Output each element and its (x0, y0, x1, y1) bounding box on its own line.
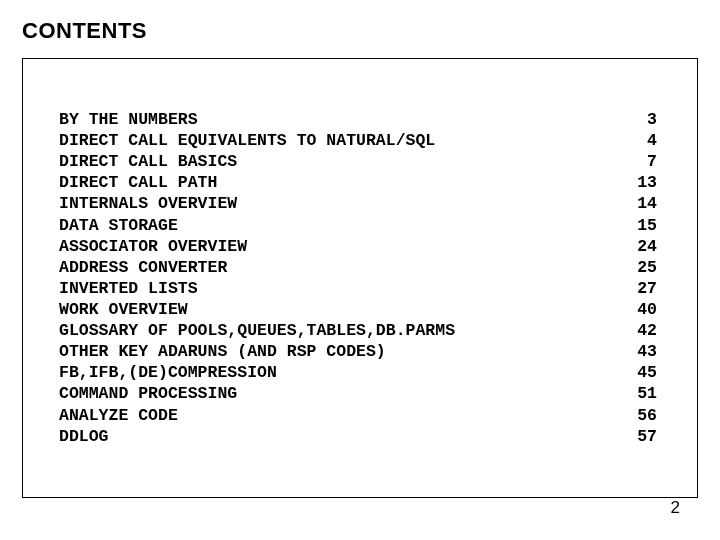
toc-row: ASSOCIATOR OVERVIEW24 (59, 236, 657, 257)
toc-title: INVERTED LISTS (59, 278, 198, 299)
toc-page: 3 (627, 109, 657, 130)
toc-title: DIRECT CALL BASICS (59, 151, 237, 172)
toc-page: 42 (627, 320, 657, 341)
toc-row: DIRECT CALL BASICS7 (59, 151, 657, 172)
toc-row: DIRECT CALL EQUIVALENTS TO NATURAL/SQL4 (59, 130, 657, 151)
toc-page: 24 (627, 236, 657, 257)
toc-title: WORK OVERVIEW (59, 299, 188, 320)
toc-title: FB,IFB,(DE)COMPRESSION (59, 362, 277, 383)
toc-page: 4 (627, 130, 657, 151)
toc-page: 40 (627, 299, 657, 320)
toc-title: OTHER KEY ADARUNS (AND RSP CODES) (59, 341, 386, 362)
toc-page: 27 (627, 278, 657, 299)
toc-row: BY THE NUMBERS3 (59, 109, 657, 130)
toc-page: 7 (627, 151, 657, 172)
toc-page: 14 (627, 193, 657, 214)
toc-page: 45 (627, 362, 657, 383)
toc-row: ANALYZE CODE56 (59, 405, 657, 426)
toc-page: 43 (627, 341, 657, 362)
toc-title: ADDRESS CONVERTER (59, 257, 227, 278)
toc-row: OTHER KEY ADARUNS (AND RSP CODES)43 (59, 341, 657, 362)
toc-title: ASSOCIATOR OVERVIEW (59, 236, 247, 257)
toc-title: BY THE NUMBERS (59, 109, 198, 130)
toc-page: 25 (627, 257, 657, 278)
toc-container: BY THE NUMBERS3 DIRECT CALL EQUIVALENTS … (22, 58, 698, 498)
toc-page: 56 (627, 405, 657, 426)
toc-row: WORK OVERVIEW40 (59, 299, 657, 320)
toc-title: DDLOG (59, 426, 109, 447)
toc-title: COMMAND PROCESSING (59, 383, 237, 404)
toc-page: 51 (627, 383, 657, 404)
toc-row: INTERNALS OVERVIEW14 (59, 193, 657, 214)
toc-title: ANALYZE CODE (59, 405, 178, 426)
toc-page: 15 (627, 215, 657, 236)
toc-title: DATA STORAGE (59, 215, 178, 236)
toc-page: 13 (627, 172, 657, 193)
toc-row: DIRECT CALL PATH13 (59, 172, 657, 193)
toc-page: 57 (627, 426, 657, 447)
toc-title: GLOSSARY OF POOLS,QUEUES,TABLES,DB.PARMS (59, 320, 455, 341)
page-number: 2 (671, 498, 680, 518)
toc-row: COMMAND PROCESSING51 (59, 383, 657, 404)
toc-row: GLOSSARY OF POOLS,QUEUES,TABLES,DB.PARMS… (59, 320, 657, 341)
toc-row: FB,IFB,(DE)COMPRESSION45 (59, 362, 657, 383)
toc-row: DDLOG57 (59, 426, 657, 447)
page-title: CONTENTS (22, 18, 698, 44)
toc-title: DIRECT CALL EQUIVALENTS TO NATURAL/SQL (59, 130, 435, 151)
toc-title: DIRECT CALL PATH (59, 172, 217, 193)
toc-row: ADDRESS CONVERTER25 (59, 257, 657, 278)
toc-title: INTERNALS OVERVIEW (59, 193, 237, 214)
toc-row: DATA STORAGE15 (59, 215, 657, 236)
toc-row: INVERTED LISTS27 (59, 278, 657, 299)
